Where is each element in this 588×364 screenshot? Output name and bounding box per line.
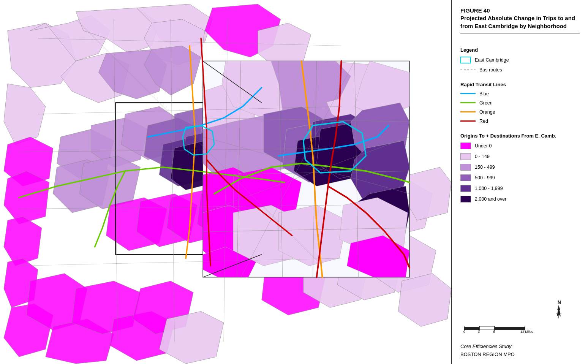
legend-section-label: Legend — [460, 47, 580, 53]
east-cambridge-swatch — [460, 57, 471, 63]
legend-blue: Blue — [460, 91, 580, 97]
legend-range4: 1,000 - 1,999 — [460, 185, 580, 192]
compass-icon: N — [549, 299, 568, 322]
legend-panel: FIGURE 40 Projected Absolute Change in T… — [451, 0, 588, 364]
origins-title: Origins To + Destinations From E. Camb. — [460, 133, 580, 139]
svg-rect-102 — [464, 327, 479, 330]
range3-swatch — [460, 174, 471, 181]
svg-text:N: N — [558, 300, 561, 305]
study-name: Core Efficiencies Study — [460, 343, 580, 349]
range3-label: 500 - 999 — [475, 175, 495, 180]
compass-area: N 0 3 6 12 Miles — [460, 293, 580, 335]
svg-marker-101 — [557, 305, 560, 310]
legend-bus-routes: Bus routes — [460, 67, 580, 73]
blue-label: Blue — [479, 91, 489, 97]
range4-swatch — [460, 185, 471, 192]
green-line-swatch — [460, 102, 476, 103]
svg-rect-103 — [479, 327, 495, 330]
svg-text:3: 3 — [478, 330, 480, 334]
legend-orange: Orange — [460, 109, 580, 115]
scale-bar: 0 3 6 12 Miles — [460, 322, 536, 334]
map-area — [0, 0, 451, 364]
org-name: BOSTON REGION MPO — [460, 351, 580, 357]
red-line-swatch — [460, 120, 476, 122]
legend-range3: 500 - 999 — [460, 174, 580, 181]
under0-label: Under 0 — [475, 143, 492, 149]
legend-range1: 0 - 149 — [460, 153, 580, 160]
rapid-transit-title: Rapid Transit Lines — [460, 82, 580, 87]
legend-range2: 150 - 499 — [460, 164, 580, 171]
range1-label: 0 - 149 — [475, 154, 490, 159]
legend-red: Red — [460, 119, 580, 124]
red-label: Red — [479, 119, 488, 124]
orange-label: Orange — [479, 109, 495, 115]
map-svg — [0, 0, 451, 364]
legend-green: Green — [460, 100, 580, 106]
range4-label: 1,000 - 1,999 — [475, 186, 503, 191]
range2-label: 150 - 499 — [475, 165, 495, 170]
range1-swatch — [460, 153, 471, 160]
legend-under0: Under 0 — [460, 142, 580, 149]
range5-swatch — [460, 196, 471, 203]
footer: Core Efficiencies Study BOSTON REGION MP… — [460, 343, 580, 357]
range5-label: 2,000 and over — [475, 196, 506, 202]
svg-text:0: 0 — [463, 330, 465, 334]
svg-text:12 Miles: 12 Miles — [520, 330, 533, 334]
blue-line-swatch — [460, 93, 476, 94]
svg-rect-104 — [495, 327, 525, 330]
orange-line-swatch — [460, 111, 476, 112]
green-label: Green — [479, 100, 493, 106]
bus-routes-label: Bus routes — [479, 67, 502, 73]
svg-marker-30 — [406, 167, 451, 220]
east-cambridge-label: East Cambridge — [475, 57, 509, 63]
figure-subtitle: Projected Absolute Change in Trips to an… — [460, 14, 580, 30]
bus-routes-line — [460, 70, 476, 70]
under0-swatch — [460, 142, 471, 149]
figure-title: FIGURE 40 Projected Absolute Change in T… — [460, 7, 580, 33]
legend-east-cambridge: East Cambridge — [460, 57, 580, 63]
svg-text:6: 6 — [493, 330, 495, 334]
range2-swatch — [460, 164, 471, 171]
figure-number: FIGURE 40 — [460, 7, 580, 14]
legend-range5: 2,000 and over — [460, 196, 580, 203]
